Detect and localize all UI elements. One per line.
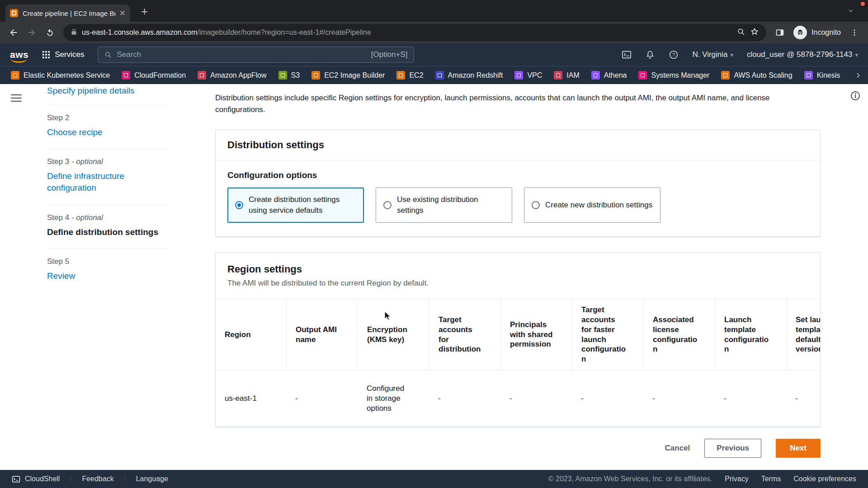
step-link-infrastructure[interactable]: Define infrastructure configuration <box>47 170 166 193</box>
notifications-bell-icon[interactable] <box>645 50 655 60</box>
column-header: Set launch template default version <box>786 299 820 370</box>
footer-terms[interactable]: Terms <box>761 475 781 483</box>
tab-favicon-icon <box>10 9 18 17</box>
step-link-review[interactable]: Review <box>47 270 166 282</box>
region-settings-card: Region settings The AMI will be distribu… <box>215 252 821 427</box>
tab-close-icon[interactable]: ✕ <box>119 9 126 17</box>
table-cell: - <box>643 371 715 427</box>
services-menu[interactable]: Services <box>42 50 84 59</box>
browser-tab[interactable]: Create pipeline | EC2 Image Bu ✕ <box>5 5 130 22</box>
new-tab-button[interactable]: + <box>141 5 148 19</box>
favorite-service[interactable]: Elastic Kubernetes Service <box>11 71 110 80</box>
step-number-label: Step 5 <box>47 257 166 266</box>
search-placeholder: Search <box>117 50 141 59</box>
service-icon <box>638 71 647 80</box>
back-button[interactable] <box>5 24 22 41</box>
cloudshell-terminal-icon[interactable] <box>622 50 632 60</box>
table-header-row: Region Output AMI name Encryption (KMS k… <box>216 299 820 371</box>
tab-title: Create pipeline | EC2 Image Bu <box>23 9 116 17</box>
mouse-cursor <box>382 310 393 321</box>
help-icon[interactable]: ? <box>669 50 679 60</box>
footer-cookie-preferences[interactable]: Cookie preferences <box>793 475 856 483</box>
divider <box>71 475 71 483</box>
previous-button[interactable]: Previous <box>704 439 761 458</box>
step-link-pipeline-details[interactable]: Specify pipeline details <box>47 85 166 97</box>
table-cell: - <box>786 371 820 427</box>
divider <box>125 475 125 483</box>
favorite-service[interactable]: CloudFormation <box>122 71 186 80</box>
option-existing-settings[interactable]: Use existing distribution settings <box>376 188 512 223</box>
next-button[interactable]: Next <box>776 439 821 458</box>
tab-search-chevron-icon[interactable] <box>847 7 854 16</box>
column-header: Associated license configuration <box>643 299 715 370</box>
service-icon <box>122 71 130 80</box>
info-panel-icon[interactable] <box>850 90 861 103</box>
aws-console-header: aws Services Search [Option+S] ? N. Virg… <box>0 43 868 66</box>
wizard-step-5: Step 5 Review <box>47 249 166 293</box>
favorite-service[interactable]: VPC <box>514 71 542 80</box>
console-search-input[interactable]: Search [Option+S] <box>98 47 414 63</box>
column-header: Output AMI name <box>286 299 358 370</box>
radio-selected-icon[interactable] <box>235 201 243 209</box>
aws-logo[interactable]: aws <box>10 49 28 60</box>
console-page: Specify pipeline details Step 2 Choose r… <box>0 84 868 470</box>
wizard-step-4: Step 4 - optional Define distribution se… <box>47 205 166 249</box>
site-security-lock-icon[interactable] <box>71 28 77 37</box>
favorite-service[interactable]: EC2 <box>396 71 423 80</box>
favorite-service[interactable]: Athena <box>591 71 627 80</box>
service-icon <box>311 71 320 80</box>
favorites-overflow-chevron-icon[interactable] <box>848 67 868 84</box>
favorite-service[interactable]: Systems Manager <box>638 71 709 80</box>
side-panel-icon[interactable] <box>772 24 788 41</box>
account-menu[interactable]: cloud_user @ 5878-2796-1143 ▾ <box>747 50 858 59</box>
copyright-text: © 2023, Amazon Web Services, Inc. or its… <box>548 475 712 483</box>
wizard-step-2: Step 2 Choose recipe <box>47 105 166 150</box>
table-cell: - <box>572 371 643 427</box>
footer-privacy[interactable]: Privacy <box>725 475 748 483</box>
footer-cloudshell[interactable]: CloudShell <box>12 475 60 483</box>
reload-button[interactable] <box>42 24 58 41</box>
favorite-service[interactable]: EC2 Image Builder <box>311 71 385 80</box>
bookmark-star-icon[interactable] <box>750 27 759 38</box>
favorite-service[interactable]: Amazon Redshift <box>435 71 503 80</box>
url-text: us-east-1.console.aws.amazon.com/imagebu… <box>82 28 371 37</box>
service-icon <box>435 71 444 80</box>
card-title: Distribution settings <box>227 139 808 151</box>
option-new-settings[interactable]: Create new distribution settings <box>524 188 660 223</box>
distribution-settings-card: Distribution settings Configuration opti… <box>215 130 821 237</box>
cloudshell-terminal-icon <box>12 475 20 483</box>
favorite-service[interactable]: S3 <box>278 71 300 80</box>
service-icon <box>514 71 523 80</box>
forward-button[interactable] <box>24 24 40 41</box>
incognito-avatar-icon <box>793 26 807 39</box>
region-selector[interactable]: N. Virginia ▾ <box>692 50 733 59</box>
option-service-defaults[interactable]: Create distribution settings using servi… <box>227 188 364 223</box>
hamburger-menu-icon[interactable] <box>11 92 22 104</box>
step-link-choose-recipe[interactable]: Choose recipe <box>47 127 166 138</box>
chevron-down-icon: ▾ <box>731 52 734 58</box>
favorite-service[interactable]: Amazon AppFlow <box>198 71 267 80</box>
footer-language[interactable]: Language <box>136 475 168 483</box>
table-cell: - <box>500 371 572 427</box>
service-icon <box>278 71 287 80</box>
incognito-label: Incognito <box>811 28 841 37</box>
footer-feedback[interactable]: Feedback <box>82 475 113 483</box>
zoom-icon[interactable] <box>737 28 745 38</box>
step-number-label: Step 4 - optional <box>47 213 166 222</box>
service-icon <box>721 71 730 80</box>
service-icon <box>804 71 813 80</box>
table-cell: - <box>429 371 500 427</box>
table-cell: Configured in storage options <box>358 371 429 427</box>
column-header: Target accounts for faster launch config… <box>572 299 643 370</box>
cancel-button[interactable]: Cancel <box>665 444 690 453</box>
radio-icon[interactable] <box>383 201 392 209</box>
favorite-service[interactable]: IAM <box>554 71 579 80</box>
favorite-service[interactable]: Kinesis <box>804 71 840 80</box>
address-bar[interactable]: us-east-1.console.aws.amazon.com/imagebu… <box>63 24 766 41</box>
browser-menu-kebab-icon[interactable] <box>846 24 863 41</box>
column-header: Region <box>216 299 286 370</box>
column-header: Target accounts for distribution <box>429 299 500 370</box>
favorite-service[interactable]: AWS Auto Scaling <box>721 71 792 80</box>
radio-icon[interactable] <box>532 201 540 209</box>
service-icon <box>11 71 19 80</box>
